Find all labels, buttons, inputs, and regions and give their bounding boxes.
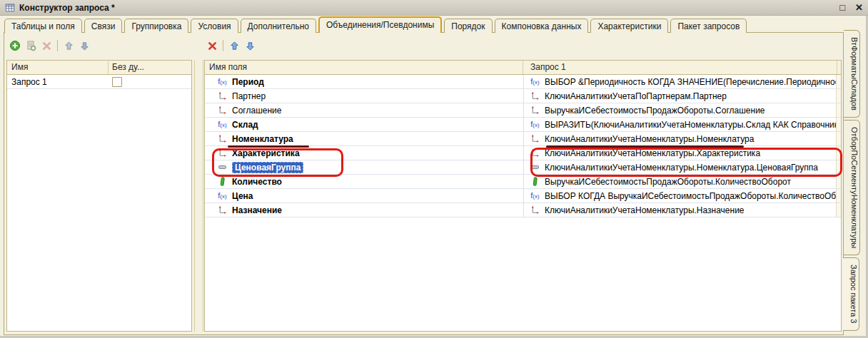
tab[interactable]: Объединения/Псевдонимы [318,16,442,33]
field-expression[interactable]: ВыручкаИСебестоимостьПродажОбороты.Колич… [545,177,791,187]
delete-button[interactable] [39,39,54,53]
field-expression[interactable]: ВЫБОР КОГДА ВыручкаИСебестоимостьПродажО… [545,191,836,201]
column-header-field-name: Имя поля [205,61,523,74]
field-name[interactable]: Партнер [232,91,266,101]
tab[interactable]: Пакет запросов [670,19,747,33]
field-expression[interactable]: ВЫРАЗИТЬ(КлючиАналитикиУчетаНоменклатуры… [545,120,836,130]
field-icon [530,106,540,115]
query-batch-tab[interactable]: Запрос пакета 3 [843,257,859,330]
query-batch-tab[interactable]: ОтборПоСегментуНоменклатуры [844,120,860,255]
scrollbar-track[interactable] [836,103,841,117]
query-batch-tab[interactable]: ВтФорматыСкладов [844,30,860,118]
function-icon: f(x) [217,77,228,86]
dash-icon [217,163,228,172]
query-name[interactable]: Запрос 1 [7,77,108,87]
tab[interactable]: Порядок [444,19,492,33]
scrollbar-track[interactable] [836,175,841,188]
field-icon [530,91,540,101]
function-icon: f(x) [530,77,540,86]
move-up-button[interactable] [61,39,76,53]
field-row[interactable]: НазначениеКлючиАналитикиУчетаНоменклатур… [205,203,841,217]
queries-toolbar [7,37,92,54]
tab[interactable]: Дополнительно [241,19,316,33]
field-name[interactable]: Назначение [232,205,282,215]
field-row[interactable]: СоглашениеВыручкаИСебестоимостьПродажОбо… [205,103,841,118]
tab-strip: Таблицы и поляСвязиГруппировкаУсловияДоп… [4,17,747,33]
field-icon [530,205,540,215]
field-icon [530,134,540,143]
query-row[interactable]: Запрос 1 [7,75,191,89]
tab[interactable]: Компоновка данных [495,19,589,33]
queries-table: Имя Без ду... Запрос 1 [6,60,192,332]
add-copy-button[interactable] [24,39,38,53]
field-row[interactable]: f(x)Ценаf(x)ВЫБОР КОГДА ВыручкаИСебестои… [205,189,841,203]
field-expression[interactable]: КлючиАналитикиУчетаПоПартнерам.Партнер [545,91,727,101]
sum-icon [217,177,228,186]
fields-table: Имя поля Запрос 1 f(x)Периодf(x)ВЫБОР &П… [204,60,842,332]
field-row[interactable]: f(x)Складf(x)ВЫРАЗИТЬ(КлючиАналитикиУчет… [205,118,841,132]
field-icon [217,91,228,101]
no-duplicates-checkbox[interactable] [112,77,122,87]
scrollbar-track[interactable] [836,189,841,203]
move-down-button[interactable] [77,39,91,53]
field-icon [217,106,228,115]
column-header-query1: Запрос 1 [523,61,837,74]
tab[interactable]: Группировка [124,19,188,33]
field-row[interactable]: ПартнерКлючиАналитикиУчетаПоПартнерам.Па… [205,89,841,103]
scrollbar-track[interactable] [836,118,841,131]
field-icon [217,134,228,143]
scrollbar-track[interactable] [836,132,841,145]
function-icon: f(x) [530,191,540,200]
tab[interactable]: Условия [191,19,238,33]
field-expression[interactable]: КлючиАналитикиУчетаНоменклатуры.Номенкла… [545,163,818,173]
field-expression[interactable]: КлючиАналитикиУчетаНоменклатуры.Номенкла… [545,134,754,144]
tab[interactable]: Связи [84,19,123,33]
field-icon [530,148,540,158]
field-name[interactable]: Склад [232,120,258,130]
window-title: Конструктор запроса * [19,3,115,13]
delete-button[interactable] [205,39,219,53]
scrollbar-track[interactable] [836,203,841,217]
function-icon: f(x) [217,191,228,200]
scrollbar-track[interactable] [836,146,841,160]
field-name[interactable]: Количество [232,177,282,187]
move-down-button[interactable] [243,39,257,53]
scrollbar-track[interactable] [837,61,841,74]
function-icon: f(x) [217,120,228,129]
fields-toolbar [204,37,258,54]
field-row[interactable]: КоличествоВыручкаИСебестоимостьПродажОбо… [205,175,841,189]
query-batch-tab-strip: ВтФорматыСкладовОтборПоСегментуНоменклат… [844,30,860,331]
column-header-name: Имя [7,61,108,74]
add-button[interactable] [8,39,22,53]
field-row[interactable]: ЦеноваяГруппаКлючиАналитикиУчетаНоменкла… [205,160,841,175]
field-name[interactable]: Соглашение [232,106,281,116]
close-button[interactable]: ✕ [855,3,863,12]
tab[interactable]: Характеристики [590,19,668,33]
toolbar-separator [223,40,223,51]
scrollbar-track[interactable] [836,160,841,174]
column-header-no-duplicates: Без ду... [108,61,191,74]
scrollbar-track[interactable] [836,89,841,103]
field-row[interactable]: НоменклатураКлючиАналитикиУчетаНоменклат… [205,132,841,146]
field-name[interactable]: Номенклатура [232,134,293,144]
field-name[interactable]: Период [232,77,264,87]
toolbar-separator [57,40,58,51]
move-up-button[interactable] [227,39,241,53]
sum-icon [530,177,540,186]
tab[interactable]: Таблицы и поля [4,19,82,33]
maximize-button[interactable]: □ [839,3,845,12]
field-name[interactable]: Цена [232,191,253,201]
field-name[interactable]: ЦеноваяГруппа [232,162,303,173]
field-expression[interactable]: ВЫБОР &Периодичность КОГДА ЗНАЧЕНИЕ(Пере… [545,77,836,87]
field-expression[interactable]: КлючиАналитикиУчетаНоменклатуры.Назначен… [545,205,745,215]
field-expression[interactable]: ВыручкаИСебестоимостьПродажОбороты.Согла… [545,106,765,116]
field-row[interactable]: ХарактеристикаКлючиАналитикиУчетаНоменкл… [205,146,841,160]
scrollbar-track[interactable] [836,75,841,88]
app-icon [5,3,15,13]
field-icon [217,205,228,215]
field-name[interactable]: Характеристика [232,148,300,158]
function-icon: f(x) [530,120,540,129]
field-expression[interactable]: КлючиАналитикиУчетаНоменклатуры.Характер… [545,148,760,158]
field-row[interactable]: f(x)Периодf(x)ВЫБОР &Периодичность КОГДА… [205,75,841,89]
panel-splitter[interactable] [194,60,203,332]
